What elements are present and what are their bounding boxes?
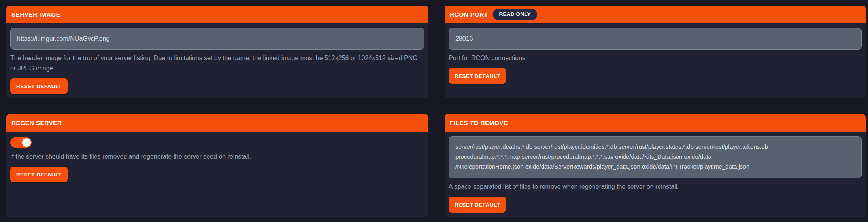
files-to-remove-card: FILES TO REMOVE server/rust/player.death… — [445, 114, 866, 217]
rcon-port-card-header: RCON PORT READ ONLY — [445, 6, 866, 23]
files-to-remove-reset-default-button[interactable]: RESET DEFAULT — [449, 197, 506, 213]
toggle-knob-icon — [22, 138, 31, 147]
rcon-port-card: RCON PORT READ ONLY Port for RCON connec… — [445, 6, 866, 98]
regen-server-card-body: If the server should have its files remo… — [6, 132, 428, 217]
settings-grid: SERVER IMAGE The header image for the to… — [0, 0, 868, 222]
files-to-remove-description: A space-separated list of files to remov… — [449, 182, 679, 192]
server-image-description: The header image for the top of your ser… — [10, 53, 424, 74]
server-image-input[interactable] — [10, 28, 424, 50]
server-image-card: SERVER IMAGE The header image for the to… — [6, 6, 428, 98]
rcon-port-title: RCON PORT — [450, 11, 488, 18]
files-to-remove-textarea[interactable]: server/rust/player.deaths.*.db server/ru… — [449, 136, 862, 178]
server-image-card-header: SERVER IMAGE — [6, 6, 428, 23]
rcon-port-reset-default-button[interactable]: RESET DEFAULT — [449, 68, 506, 84]
files-to-remove-card-header: FILES TO REMOVE — [445, 114, 866, 132]
regen-server-card-header: REGEN SERVER — [6, 114, 428, 132]
regen-server-toggle[interactable] — [10, 137, 32, 148]
regen-server-reset-default-button[interactable]: RESET DEFAULT — [10, 167, 68, 182]
server-image-card-body: The header image for the top of your ser… — [6, 23, 428, 98]
regen-server-description: If the server should have its files remo… — [10, 152, 251, 162]
files-to-remove-card-body: server/rust/player.deaths.*.db server/ru… — [445, 132, 866, 217]
server-image-title: SERVER IMAGE — [11, 11, 60, 18]
server-image-reset-default-button[interactable]: RESET DEFAULT — [10, 78, 68, 94]
files-to-remove-title: FILES TO REMOVE — [450, 120, 508, 127]
read-only-badge: READ ONLY — [493, 9, 537, 20]
regen-server-title: REGEN SERVER — [11, 120, 62, 127]
rcon-port-description: Port for RCON connections. — [449, 53, 527, 63]
rcon-port-card-body: Port for RCON connections. RESET DEFAULT — [445, 23, 866, 98]
regen-server-card: REGEN SERVER If the server should have i… — [6, 114, 428, 217]
rcon-port-input[interactable] — [449, 28, 862, 50]
